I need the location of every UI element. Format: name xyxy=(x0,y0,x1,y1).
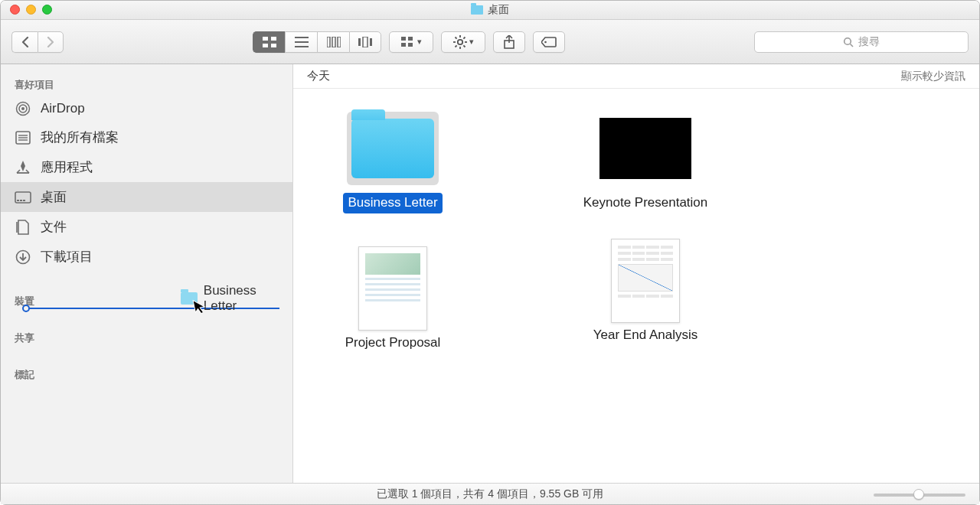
sidebar-item-desktop[interactable]: 桌面 xyxy=(1,182,292,212)
tags-button[interactable] xyxy=(533,31,565,53)
svg-point-31 xyxy=(21,107,24,110)
column-view-button[interactable] xyxy=(317,31,349,53)
sidebar-item-airdrop[interactable]: AirDrop xyxy=(1,95,292,122)
window-title-text: 桌面 xyxy=(488,3,509,17)
sidebar-item-documents[interactable]: 文件 xyxy=(1,212,292,242)
search-placeholder: 搜尋 xyxy=(858,35,880,49)
sidebar-item-label: 下載項目 xyxy=(41,248,93,266)
window-controls xyxy=(10,5,52,15)
file-label[interactable]: Year End Analysis xyxy=(589,325,702,346)
svg-rect-10 xyxy=(358,38,361,46)
file-item-business-letter[interactable]: Business Letter xyxy=(324,112,462,213)
toolbar: ▾ ▾ 搜尋 xyxy=(1,20,979,64)
keynote-thumbnail xyxy=(599,112,691,185)
fullscreen-window-button[interactable] xyxy=(42,5,52,15)
desktop-icon xyxy=(15,190,31,205)
svg-line-22 xyxy=(455,37,456,38)
chevron-down-icon: ▾ xyxy=(469,37,474,47)
file-item-year-end-analysis[interactable]: Year End Analysis xyxy=(577,244,714,354)
window-title: 桌面 xyxy=(471,3,509,17)
sidebar-item-label: 我的所有檔案 xyxy=(41,129,119,146)
svg-point-29 xyxy=(844,37,851,44)
icon-grid[interactable]: Business Letter Keynote Presentation Pro… xyxy=(293,89,979,483)
content-area[interactable]: 今天 顯示較少資訊 Business Letter Keynote Presen… xyxy=(293,64,979,483)
drop-indicator-line xyxy=(25,308,279,309)
svg-rect-11 xyxy=(363,37,368,47)
svg-rect-3 xyxy=(271,44,276,47)
svg-rect-4 xyxy=(295,37,309,38)
sidebar: 喜好項目 AirDrop 我的所有檔案 應用程式 xyxy=(1,64,293,483)
forward-button[interactable] xyxy=(38,31,64,53)
drop-indicator-dot xyxy=(22,305,30,312)
chevron-down-icon: ▾ xyxy=(417,37,422,47)
document-thumbnail xyxy=(599,244,691,318)
status-text: 已選取 1 個項目，共有 4 個項目，9.55 GB 可用 xyxy=(377,487,603,501)
document-thumbnail xyxy=(347,252,439,325)
svg-rect-1 xyxy=(271,37,276,41)
svg-point-28 xyxy=(544,41,547,43)
svg-rect-16 xyxy=(408,43,413,47)
svg-line-30 xyxy=(851,44,854,47)
sidebar-item-label: 應用程式 xyxy=(41,158,93,176)
zoom-slider[interactable] xyxy=(874,488,965,500)
search-icon xyxy=(843,37,854,47)
titlebar[interactable]: 桌面 xyxy=(1,1,979,20)
airdrop-icon xyxy=(15,101,31,116)
view-mode-buttons xyxy=(253,31,381,53)
svg-rect-8 xyxy=(332,37,335,47)
slider-knob[interactable] xyxy=(913,489,924,500)
list-view-button[interactable] xyxy=(285,31,317,53)
applications-icon xyxy=(15,160,31,175)
share-button[interactable] xyxy=(493,31,525,53)
sidebar-item-label: 桌面 xyxy=(41,188,67,206)
sidebar-item-applications[interactable]: 應用程式 xyxy=(1,152,292,182)
file-label[interactable]: Business Letter xyxy=(343,193,442,213)
status-bar: 已選取 1 個項目，共有 4 個項目，9.55 GB 可用 xyxy=(1,483,979,504)
svg-rect-42 xyxy=(17,200,19,201)
svg-rect-7 xyxy=(327,37,330,47)
folder-icon xyxy=(347,112,439,185)
svg-rect-15 xyxy=(401,43,406,47)
minimize-window-button[interactable] xyxy=(26,5,36,15)
svg-point-17 xyxy=(457,39,462,44)
svg-rect-14 xyxy=(408,37,413,41)
arrange-button[interactable]: ▾ xyxy=(389,31,433,53)
close-window-button[interactable] xyxy=(10,5,20,15)
svg-rect-5 xyxy=(295,41,309,43)
svg-rect-12 xyxy=(370,38,372,46)
file-label[interactable]: Project Proposal xyxy=(341,333,446,354)
svg-rect-13 xyxy=(401,37,406,41)
svg-rect-9 xyxy=(338,37,341,47)
all-files-icon xyxy=(15,130,31,145)
finder-window: 桌面 ▾ xyxy=(0,0,980,505)
downloads-icon xyxy=(15,249,31,265)
svg-line-25 xyxy=(455,45,456,47)
svg-rect-44 xyxy=(23,200,25,201)
nav-buttons xyxy=(11,31,64,53)
sidebar-section-favorites: 喜好項目 xyxy=(1,72,292,95)
coverflow-view-button[interactable] xyxy=(349,31,381,53)
svg-rect-43 xyxy=(20,200,22,201)
sidebar-item-label: 文件 xyxy=(41,218,67,236)
icon-view-button[interactable] xyxy=(253,31,285,53)
file-item-project-proposal[interactable]: Project Proposal xyxy=(324,252,462,354)
sidebar-section-shared: 共享 xyxy=(1,325,292,348)
sidebar-item-downloads[interactable]: 下載項目 xyxy=(1,242,292,272)
svg-rect-2 xyxy=(263,44,268,47)
file-item-keynote[interactable]: Keynote Presentation xyxy=(577,112,714,213)
sidebar-item-all-files[interactable]: 我的所有檔案 xyxy=(1,122,292,152)
toggle-info-button[interactable]: 顯示較少資訊 xyxy=(901,70,965,83)
sidebar-item-label: AirDrop xyxy=(41,101,85,116)
svg-line-23 xyxy=(463,45,465,47)
svg-rect-0 xyxy=(263,37,268,41)
documents-icon xyxy=(15,220,31,235)
sidebar-section-tags: 標記 xyxy=(1,362,292,385)
svg-line-24 xyxy=(463,37,465,38)
folder-icon xyxy=(471,5,483,15)
back-button[interactable] xyxy=(11,31,38,53)
content-header: 今天 顯示較少資訊 xyxy=(293,64,979,89)
action-button[interactable]: ▾ xyxy=(441,31,485,53)
search-field[interactable]: 搜尋 xyxy=(754,31,969,53)
svg-rect-6 xyxy=(295,46,309,47)
file-label[interactable]: Keynote Presentation xyxy=(579,193,713,213)
